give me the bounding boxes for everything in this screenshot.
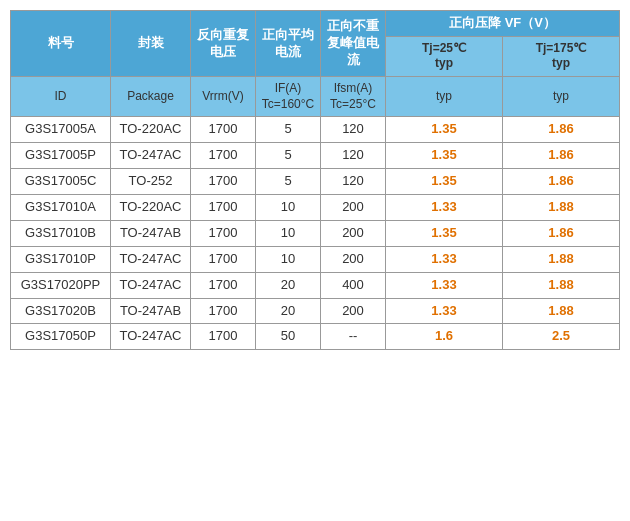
main-table: 料号 封装 反向重复电压 正向平均电流 正向不重复峰值电流 正向压降 VF（V）…: [10, 10, 620, 350]
cell-if: 10: [256, 246, 321, 272]
table-row: G3S17005C TO-252 1700 5 120 1.35 1.86: [11, 169, 620, 195]
cell-id: G3S17005C: [11, 169, 111, 195]
cell-pkg: TO-220AC: [111, 194, 191, 220]
table-wrapper: 料号 封装 反向重复电压 正向平均电流 正向不重复峰值电流 正向压降 VF（V）…: [10, 10, 620, 350]
cell-vf2: 1.86: [503, 169, 620, 195]
table-row: G3S17010P TO-247AC 1700 10 200 1.33 1.88: [11, 246, 620, 272]
cell-ifsm: 200: [321, 298, 386, 324]
header-vrrm: 反向重复电压: [191, 11, 256, 77]
cell-ifsm: 120: [321, 169, 386, 195]
cell-ifsm: 400: [321, 272, 386, 298]
cell-id: G3S17050P: [11, 324, 111, 350]
cell-pkg: TO-252: [111, 169, 191, 195]
cell-vrrm: 1700: [191, 143, 256, 169]
subheader-id: ID: [11, 77, 111, 117]
header-ifsm: 正向不重复峰值电流: [321, 11, 386, 77]
table-row: G3S17005A TO-220AC 1700 5 120 1.35 1.86: [11, 117, 620, 143]
cell-vf2: 1.86: [503, 220, 620, 246]
cell-id: G3S17010P: [11, 246, 111, 272]
cell-id: G3S17010A: [11, 194, 111, 220]
cell-pkg: TO-247AC: [111, 143, 191, 169]
cell-vrrm: 1700: [191, 324, 256, 350]
cell-vf2: 1.88: [503, 246, 620, 272]
cell-vf2: 1.86: [503, 117, 620, 143]
subheader-vf2-typ: typ: [503, 77, 620, 117]
cell-vrrm: 1700: [191, 246, 256, 272]
cell-pkg: TO-220AC: [111, 117, 191, 143]
cell-if: 5: [256, 169, 321, 195]
cell-id: G3S17020B: [11, 298, 111, 324]
cell-vf2: 1.88: [503, 298, 620, 324]
subheader-vf2: Tj=175℃typ: [503, 36, 620, 76]
table-row: G3S17010A TO-220AC 1700 10 200 1.33 1.88: [11, 194, 620, 220]
header-id: 料号: [11, 11, 111, 77]
cell-vf1: 1.33: [386, 298, 503, 324]
cell-id: G3S17020PP: [11, 272, 111, 298]
cell-id: G3S17010B: [11, 220, 111, 246]
cell-ifsm: 120: [321, 117, 386, 143]
cell-vf1: 1.35: [386, 117, 503, 143]
cell-vrrm: 1700: [191, 194, 256, 220]
cell-vf1: 1.35: [386, 169, 503, 195]
cell-vrrm: 1700: [191, 169, 256, 195]
cell-if: 10: [256, 194, 321, 220]
cell-if: 20: [256, 272, 321, 298]
cell-vf2: 1.88: [503, 272, 620, 298]
cell-vf1: 1.35: [386, 220, 503, 246]
cell-vf1: 1.35: [386, 143, 503, 169]
cell-pkg: TO-247AC: [111, 272, 191, 298]
cell-vrrm: 1700: [191, 220, 256, 246]
header-pkg: 封装: [111, 11, 191, 77]
header-if: 正向平均电流: [256, 11, 321, 77]
cell-vrrm: 1700: [191, 272, 256, 298]
cell-if: 5: [256, 143, 321, 169]
cell-ifsm: --: [321, 324, 386, 350]
subheader-if: IF(A)Tc=160°C: [256, 77, 321, 117]
cell-vf1: 1.33: [386, 194, 503, 220]
cell-vf1: 1.33: [386, 272, 503, 298]
cell-vf1: 1.6: [386, 324, 503, 350]
cell-vf2: 2.5: [503, 324, 620, 350]
cell-ifsm: 200: [321, 246, 386, 272]
cell-if: 50: [256, 324, 321, 350]
cell-pkg: TO-247AC: [111, 246, 191, 272]
cell-pkg: TO-247AB: [111, 220, 191, 246]
cell-ifsm: 120: [321, 143, 386, 169]
cell-vrrm: 1700: [191, 117, 256, 143]
table-row: G3S17020PP TO-247AC 1700 20 400 1.33 1.8…: [11, 272, 620, 298]
cell-id: G3S17005P: [11, 143, 111, 169]
table-row: G3S17020B TO-247AB 1700 20 200 1.33 1.88: [11, 298, 620, 324]
cell-ifsm: 200: [321, 220, 386, 246]
subheader-pkg: Package: [111, 77, 191, 117]
table-row: G3S17050P TO-247AC 1700 50 -- 1.6 2.5: [11, 324, 620, 350]
cell-pkg: TO-247AC: [111, 324, 191, 350]
cell-ifsm: 200: [321, 194, 386, 220]
cell-vrrm: 1700: [191, 298, 256, 324]
cell-if: 5: [256, 117, 321, 143]
subheader-vf1-typ: typ: [386, 77, 503, 117]
cell-if: 20: [256, 298, 321, 324]
table-row: G3S17010B TO-247AB 1700 10 200 1.35 1.86: [11, 220, 620, 246]
cell-vf2: 1.86: [503, 143, 620, 169]
subheader-vrrm: Vrrm(V): [191, 77, 256, 117]
subheader-vf1: Tj=25℃typ: [386, 36, 503, 76]
table-row: G3S17005P TO-247AC 1700 5 120 1.35 1.86: [11, 143, 620, 169]
cell-pkg: TO-247AB: [111, 298, 191, 324]
subheader-ifsm: Ifsm(A)Tc=25°C: [321, 77, 386, 117]
cell-vf1: 1.33: [386, 246, 503, 272]
header-vf: 正向压降 VF（V）: [386, 11, 620, 37]
cell-if: 10: [256, 220, 321, 246]
cell-id: G3S17005A: [11, 117, 111, 143]
cell-vf2: 1.88: [503, 194, 620, 220]
